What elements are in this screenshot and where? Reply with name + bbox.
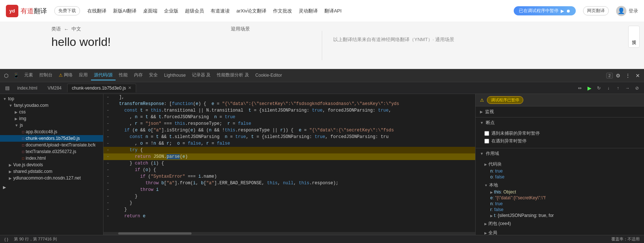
debug-run-btn[interactable]: ▶ <box>585 84 593 92</box>
dt-tab-cookie-editor[interactable]: Cookie-Editor <box>252 71 285 80</box>
scope-global-header[interactable]: ▶ 全局 <box>484 229 640 235</box>
dt-tab-recorder[interactable]: 记录器 及 <box>189 70 214 80</box>
tree-item-docupload[interactable]: □ documentUpload~textTranslate.bcfe7c <box>0 142 95 148</box>
login-label[interactable]: 登录 <box>629 8 638 14</box>
breakpoints-section: ▼ 断点 遇到未捕获的异常时暂停 在遇到异常时暂停 <box>476 117 644 148</box>
logo[interactable]: yd 有道翻译 <box>6 5 47 17</box>
sidebar-toggle-btn[interactable]: ▤ <box>3 84 12 93</box>
tree-item-app[interactable]: □ app.8ccdcc48.js <box>0 128 103 135</box>
tree-item-text-translate[interactable]: □ textTranslate.d3256272.js <box>0 148 103 155</box>
step-over-btn[interactable]: ↻ <box>595 84 603 92</box>
code-line-8: - , o = !n && r; o = false, r = false <box>103 140 475 147</box>
tree-item-css[interactable]: ▶ css <box>0 109 103 115</box>
devtools-main: ▼ top ▼ fanyi.youdao.com ▶ css ▶ img ▼ j… <box>0 94 644 235</box>
tree-item-fanyi[interactable]: ▼ fanyi.youdao.com <box>0 102 103 109</box>
tree-label: documentUpload~textTranslate.bcfe7c <box>26 142 95 148</box>
dt-close-btn[interactable]: ✕ <box>633 71 643 80</box>
login-area[interactable]: 👤 登录 <box>616 6 638 16</box>
nav-link-speed[interactable]: 有道速读 <box>211 8 230 14</box>
scope-code-block-header[interactable]: ▶ 代码块 <box>484 160 640 168</box>
dt-tab-security[interactable]: 安全 <box>146 70 161 80</box>
h-scrollbar[interactable] <box>103 232 475 235</box>
dt-tab-performance[interactable]: 性能 <box>116 70 131 80</box>
tree-label: chunk-vendors.1b75d3e0.js <box>26 136 80 141</box>
step-btn[interactable]: → <box>623 84 632 92</box>
web-translate-btn[interactable]: 网页翻译 <box>583 6 609 15</box>
dt-tab-elements[interactable]: 元素 <box>21 70 36 80</box>
nav-link-api[interactable]: 翻译API <box>324 8 342 14</box>
scope-n2-item: n: true <box>490 201 640 207</box>
debug-paused-badge: 调试程序已暂停 <box>487 96 523 104</box>
tree-bottom-arrow[interactable]: ▶ <box>0 184 103 191</box>
tree-item-chunk-vendors[interactable]: □ chunk-vendors.1b75d3e0.js <box>0 135 103 142</box>
dt-settings-btn[interactable]: ⚙ <box>613 71 623 80</box>
line-diff: - <box>103 213 112 220</box>
tree-item-img[interactable]: ▶ img <box>0 115 103 122</box>
feedback-btn[interactable]: 反馈 <box>628 26 640 48</box>
step-into-btn[interactable]: ↓ <box>604 84 612 92</box>
tree-item-vue-devtools[interactable]: ▶ Vue.js devtools <box>0 162 103 168</box>
nav-link-online[interactable]: 在线翻译 <box>87 8 106 14</box>
watch-section-header[interactable]: ▶ 监视 <box>476 106 644 117</box>
nav-link-compose[interactable]: 作文批改 <box>273 8 292 14</box>
file-tab-index[interactable]: index.html <box>12 84 42 93</box>
file-tab-close-icon[interactable]: ✕ <box>128 86 131 90</box>
line-diff: - <box>103 140 112 147</box>
scope-t-item[interactable]: ▶ t: {silentJSONParsing: true, for <box>490 213 630 218</box>
step-out-btn[interactable]: ↑ <box>614 84 622 92</box>
input-text[interactable]: hello world! <box>51 35 311 49</box>
tree-html-icon: □ <box>22 156 24 160</box>
dt-tab-sources[interactable]: 源代码/源 <box>91 70 116 80</box>
line-code: if (e && o["a"].isString(e) && (n && !th… <box>112 127 475 134</box>
code-line-14: - throw b["a"].from(i, b["a"].ERR_BAD_RE… <box>103 180 475 186</box>
code-line-2: - transformResponse: [function(e) { e = … <box>103 101 475 107</box>
tree-label: Vue.js devtools <box>13 162 43 167</box>
scope-r-val: false <box>494 207 503 212</box>
file-tab-vm284[interactable]: VM284 <box>43 84 66 93</box>
translation-right: 以上翻译结果来自有道神经网络翻译（YNMT）· 通用场景 <box>333 26 593 44</box>
nav-link-enterprise[interactable]: 企业版 <box>164 8 178 14</box>
watch-label: 监视 <box>485 109 494 115</box>
line-diff: - <box>103 180 112 186</box>
deactivate-breakpoints-btn[interactable]: ⊘ <box>633 84 641 92</box>
dt-tab-lighthouse[interactable]: Lighthouse <box>161 71 189 80</box>
nav-link-smart[interactable]: 灵动翻译 <box>299 8 318 14</box>
pause-exception-checkbox[interactable] <box>484 131 489 136</box>
debug-status-btn[interactable]: 已在调试程序中暂停 ▶ ⏺ <box>514 6 576 15</box>
nav-link-vip[interactable]: 超级会员 <box>185 8 204 14</box>
source-extra[interactable]: 迎用场景 <box>231 26 250 32</box>
tree-item-index-html[interactable]: □ index.html <box>0 155 103 162</box>
dt-tab-perf-insights[interactable]: 性能数据分析 及 <box>214 70 252 80</box>
tree-item-shared[interactable]: ▶ shared.ydstatic.com <box>0 168 103 175</box>
target-lang[interactable]: 中文 <box>72 26 81 32</box>
tree-item-top[interactable]: ▼ top <box>0 95 103 102</box>
dt-tab-console[interactable]: 控制台 <box>36 70 55 80</box>
scope-local-header[interactable]: ▼ 本地 <box>484 181 640 189</box>
dt-tab-application[interactable]: 应用 <box>76 70 91 80</box>
breakpoints-header[interactable]: ▼ 断点 <box>476 117 644 128</box>
lang-arrow: ← <box>64 26 69 32</box>
line-code: const n = t && t.silentJSONParsing n = t… <box>112 134 475 140</box>
pause-caught-checkbox[interactable] <box>484 139 489 144</box>
line-code: } catch (i) { <box>112 160 475 167</box>
nav-link-arxiv[interactable]: arXiv论文翻译 <box>236 8 266 14</box>
tree-item-js[interactable]: ▼ js <box>0 122 103 128</box>
scope-header[interactable]: ▼ 作用域 <box>476 148 644 159</box>
closure-label: 闭包 (cee4) <box>488 221 511 227</box>
dt-tab-network[interactable]: ⚠网络 <box>56 70 76 80</box>
dt-btn-device[interactable]: 📱 <box>11 71 21 80</box>
dt-btn-inspect[interactable]: ⬡ <box>1 71 11 80</box>
tree-label: top <box>8 96 14 101</box>
nav-link-ai[interactable]: 新版AI翻译 <box>113 8 137 14</box>
scope-closure-header[interactable]: ▶ 闭包 (cee4) <box>484 220 640 228</box>
tree-item-ydluna[interactable]: ▶ ydlunacommon-cdn.nosdn.127.net <box>0 175 103 181</box>
free-download-btn[interactable]: 免费下载 <box>54 6 80 15</box>
scope-o-item: o: false <box>490 174 640 180</box>
file-tab-chunk-vendors[interactable]: chunk-vendors.1b75d3e0.js ✕ <box>67 84 136 93</box>
dt-more-btn[interactable]: ⋮ <box>623 71 633 80</box>
nav-link-desktop[interactable]: 桌面端 <box>143 8 157 14</box>
source-lang[interactable]: 类语 <box>51 26 61 32</box>
dt-tab-memory[interactable]: 内存 <box>131 70 146 80</box>
scope-this-item[interactable]: ▶ this: Object <box>490 189 640 195</box>
sync-btn[interactable]: ⇔ <box>576 84 584 92</box>
